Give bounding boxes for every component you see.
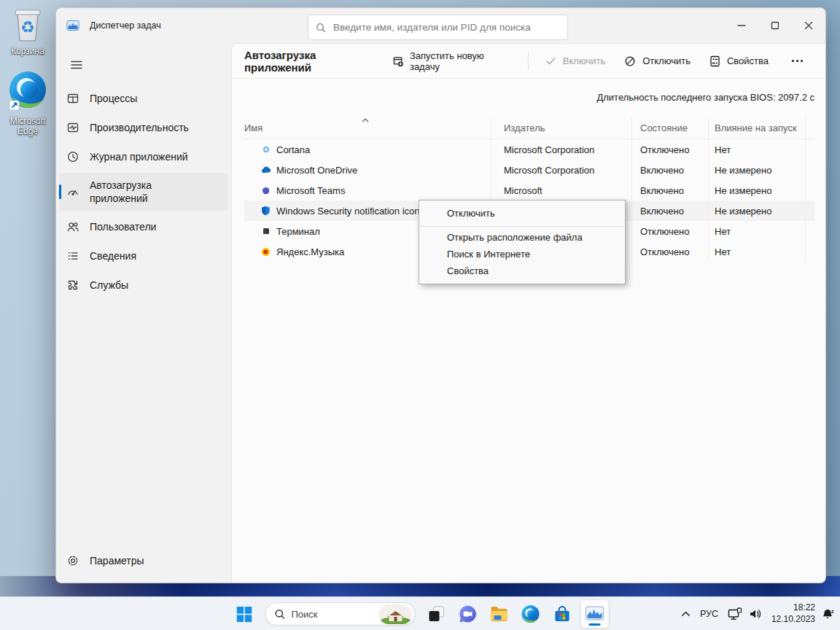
minimize-icon bbox=[737, 21, 746, 30]
services-icon bbox=[66, 279, 79, 292]
language-indicator[interactable]: РУС bbox=[697, 609, 721, 619]
svg-text:z: z bbox=[831, 608, 834, 613]
window-title: Диспетчер задач bbox=[90, 20, 161, 31]
search-icon bbox=[316, 23, 326, 33]
run-new-task-button[interactable]: Запустить новую задачу bbox=[384, 45, 519, 77]
chat-button[interactable] bbox=[455, 599, 481, 629]
bios-duration-text: Длительность последнего запуска BIOS: 20… bbox=[232, 79, 825, 103]
volume-icon[interactable] bbox=[749, 608, 762, 620]
details-icon bbox=[66, 249, 79, 262]
block-icon bbox=[624, 55, 636, 67]
microsoft-store-button[interactable] bbox=[549, 599, 575, 629]
clock[interactable]: 18:22 12.10.2023 bbox=[769, 602, 815, 626]
sidebar-item-label: Производительность bbox=[90, 122, 189, 133]
taskbar: РУС 18:22 12.10.2023 bbox=[0, 596, 840, 630]
sidebar-item-settings[interactable]: Параметры bbox=[59, 548, 228, 574]
hamburger-icon bbox=[70, 58, 83, 71]
sidebar-item-performance[interactable]: Производительность bbox=[59, 114, 228, 141]
tray-overflow-button[interactable] bbox=[681, 611, 691, 617]
sidebar-item-app-history[interactable]: Журнал приложений bbox=[59, 144, 228, 170]
titlebar[interactable]: Диспетчер задач bbox=[56, 8, 825, 43]
more-options-button[interactable] bbox=[779, 55, 815, 67]
minimize-button[interactable] bbox=[725, 8, 758, 43]
desktop-icon-label: Корзина bbox=[4, 47, 51, 57]
table-row-cortana[interactable]: Cortana Microsoft Corporation Отключено … bbox=[244, 139, 814, 160]
enable-button[interactable]: Включить bbox=[537, 50, 613, 71]
taskbar-search-input[interactable] bbox=[292, 609, 357, 620]
more-icon bbox=[788, 60, 807, 62]
start-button[interactable] bbox=[231, 599, 257, 629]
close-button[interactable] bbox=[792, 8, 825, 43]
desktop-icon-label: Microsoft Edge bbox=[4, 117, 51, 137]
network-icon[interactable] bbox=[728, 607, 742, 621]
sidebar-item-services[interactable]: Службы bbox=[59, 272, 228, 298]
cortana-icon bbox=[261, 144, 271, 155]
maximize-button[interactable] bbox=[758, 8, 792, 43]
processes-icon bbox=[66, 92, 79, 105]
edge-button[interactable] bbox=[518, 599, 544, 629]
recycle-bin-icon: ♻ bbox=[12, 7, 44, 42]
sidebar-item-label: Автозагрузка приложений bbox=[90, 179, 176, 205]
tray-date: 12.10.2023 bbox=[771, 614, 815, 626]
app-history-icon bbox=[66, 150, 79, 163]
task-view-button[interactable] bbox=[424, 599, 450, 629]
sidebar-item-details[interactable]: Сведения bbox=[59, 243, 228, 269]
gear-icon bbox=[66, 554, 79, 567]
terminal-icon bbox=[261, 226, 271, 236]
task-manager-window: Диспетчер задач bbox=[55, 7, 826, 583]
edge-desktop-icon[interactable]: Microsoft Edge bbox=[4, 70, 51, 137]
sidebar-item-label: Службы bbox=[90, 279, 128, 291]
taskmgr-search-box[interactable] bbox=[308, 15, 568, 40]
sidebar-item-label: Пользователи bbox=[90, 221, 156, 233]
onedrive-icon bbox=[261, 165, 271, 175]
performance-icon bbox=[66, 121, 79, 134]
context-menu-item-search-online[interactable]: Поиск в Интернете bbox=[419, 246, 625, 262]
chevron-up-icon bbox=[681, 611, 691, 617]
toolbar-divider bbox=[528, 52, 529, 70]
active-app-indicator bbox=[589, 623, 601, 626]
column-header-impact[interactable]: Влияние на запуск bbox=[709, 117, 806, 139]
disable-button[interactable]: Отключить bbox=[616, 50, 699, 72]
column-header-name[interactable]: Имя bbox=[244, 117, 491, 139]
file-explorer-button[interactable] bbox=[486, 599, 513, 629]
taskmgr-search-input[interactable] bbox=[333, 22, 560, 33]
sidebar-item-startup-apps[interactable]: Автозагрузка приложений bbox=[59, 173, 228, 211]
context-menu-separator bbox=[420, 226, 624, 227]
search-highlight-image[interactable] bbox=[379, 604, 413, 624]
sidebar-item-label: Параметры bbox=[90, 555, 144, 567]
context-menu-item-properties[interactable]: Свойства bbox=[419, 262, 625, 279]
teams-icon bbox=[261, 185, 271, 195]
security-shield-icon bbox=[261, 206, 271, 216]
close-icon bbox=[804, 21, 813, 30]
table-row-teams[interactable]: Microsoft Teams Microsoft Включено Не из… bbox=[244, 180, 814, 201]
context-menu: Отключить Открыть расположение файла Пои… bbox=[419, 200, 626, 284]
context-menu-item-open-file-location[interactable]: Открыть расположение файла bbox=[419, 229, 625, 246]
sort-ascending-icon bbox=[361, 117, 370, 123]
taskbar-search-box[interactable] bbox=[265, 602, 416, 626]
task-manager-taskbar-button[interactable] bbox=[580, 599, 610, 629]
task-manager-app-icon bbox=[66, 19, 79, 32]
edge-icon bbox=[521, 604, 540, 623]
column-header-blank bbox=[806, 117, 814, 139]
chat-icon bbox=[459, 604, 478, 623]
desktop: ♻ Корзина Microsoft Edge bbox=[0, 0, 840, 630]
file-explorer-icon bbox=[490, 604, 509, 623]
column-header-publisher[interactable]: Издатель bbox=[491, 117, 632, 139]
recycle-bin-desktop-icon[interactable]: ♻ Корзина bbox=[4, 7, 51, 57]
store-icon bbox=[553, 605, 571, 623]
sidebar-item-processes[interactable]: Процессы bbox=[59, 85, 228, 112]
sidebar-item-label: Журнал приложений bbox=[90, 151, 188, 163]
navigation-menu-button[interactable] bbox=[63, 53, 90, 77]
windows-logo-icon bbox=[236, 607, 252, 622]
do-not-disturb-bell-icon[interactable]: z bbox=[822, 608, 834, 621]
sidebar-item-users[interactable]: Пользователи bbox=[59, 214, 228, 240]
column-header-status[interactable]: Состояние bbox=[632, 117, 709, 139]
table-row-onedrive[interactable]: Microsoft OneDrive Microsoft Corporation… bbox=[244, 160, 814, 180]
properties-button[interactable]: Свойства bbox=[701, 50, 777, 72]
enable-label: Включить bbox=[563, 55, 605, 66]
context-menu-item-disable[interactable]: Отключить bbox=[419, 203, 625, 224]
sidebar-item-label: Процессы bbox=[90, 93, 137, 104]
page-title: Автозагрузка приложений bbox=[244, 49, 384, 74]
maximize-icon bbox=[771, 21, 779, 30]
sidebar-item-label: Сведения bbox=[90, 250, 136, 262]
